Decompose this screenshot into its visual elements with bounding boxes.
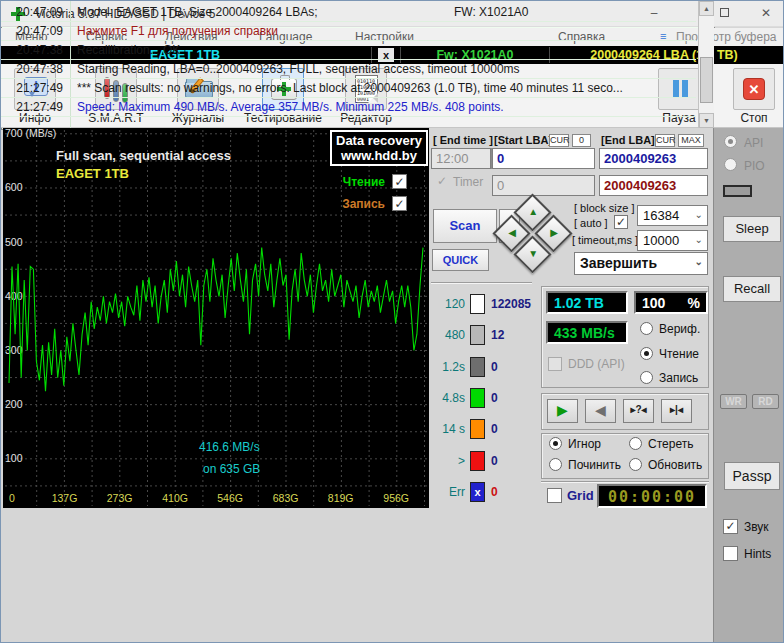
radio-refresh[interactable] bbox=[629, 458, 642, 471]
log-time: 21:27:49 bbox=[1, 81, 63, 95]
timer-check-icon[interactable]: ✓ bbox=[437, 174, 447, 188]
play-back-button[interactable]: ◀ bbox=[585, 399, 616, 423]
scroll-thumb[interactable] bbox=[700, 57, 713, 103]
end-lba-input2[interactable]: 2000409263 bbox=[599, 175, 708, 196]
lcd-speed: 433 MB/s bbox=[546, 321, 628, 344]
stat-count: 12 bbox=[491, 328, 504, 342]
stat-swatch bbox=[470, 451, 485, 471]
recall-button[interactable]: Recall bbox=[723, 276, 781, 302]
svg-text:600: 600 bbox=[5, 181, 23, 193]
sound-checkbox[interactable]: ✓ bbox=[723, 519, 738, 534]
log-extra: FW: X1021A0 bbox=[454, 5, 528, 19]
scan-button[interactable]: Scan bbox=[433, 209, 497, 243]
timeout-combo[interactable]: 10000⌄ bbox=[637, 230, 708, 251]
log-row[interactable]: 20:47:38Starting Reading, LBA=0..2000409… bbox=[1, 60, 696, 79]
stop-label: Стоп bbox=[709, 111, 784, 125]
radio-read[interactable] bbox=[640, 347, 653, 360]
stat-label: 1.2s bbox=[429, 360, 465, 374]
radio-verify-label: Вериф. bbox=[659, 322, 700, 336]
scroll-down-icon[interactable]: ▼ bbox=[699, 113, 714, 128]
stat-label: 14 s bbox=[429, 422, 465, 436]
end-max-button[interactable]: MAX bbox=[678, 134, 704, 147]
end-lba-label: [End LBA] bbox=[601, 134, 655, 146]
stat-count: 0 bbox=[491, 391, 498, 405]
radio-write[interactable] bbox=[640, 371, 653, 384]
start-cur-button[interactable]: CUR bbox=[549, 134, 569, 147]
svg-text:683G: 683G bbox=[273, 492, 299, 504]
overlay-speed: 416.6 MB/s bbox=[199, 440, 260, 454]
svg-text:0: 0 bbox=[9, 492, 15, 504]
log-panel[interactable]: 20:47:09Model: EAGET 1TB; Size 200040926… bbox=[1, 1, 715, 130]
end-lba-input[interactable]: 2000409263 bbox=[599, 148, 708, 169]
log-scrollbar[interactable]: ▲ ▼ bbox=[698, 1, 714, 128]
hints-label: Hints bbox=[744, 547, 771, 561]
radio-read-label: Чтение bbox=[659, 347, 699, 361]
quick-button[interactable]: QUICK bbox=[432, 249, 489, 271]
auto-checkbox[interactable]: ✓ bbox=[614, 215, 628, 229]
grid-checkbox[interactable] bbox=[547, 488, 562, 503]
end-cur-button[interactable]: CUR bbox=[655, 134, 675, 147]
svg-text:546G: 546G bbox=[217, 492, 243, 504]
log-row[interactable]: 20:47:09Model: EAGET 1TB; Size 200040926… bbox=[1, 3, 696, 22]
divider bbox=[431, 282, 532, 284]
divider bbox=[541, 481, 709, 483]
stop-button[interactable]: ✕ bbox=[733, 68, 775, 110]
radio-pio-label: PIO bbox=[744, 159, 765, 173]
start-zero-button[interactable]: 0 bbox=[572, 134, 591, 147]
write-legend-label: Запись bbox=[342, 197, 385, 211]
stat-swatch bbox=[470, 294, 485, 314]
speed-graph[interactable]: 700 (MB/s)6005004003002001000137G273G410… bbox=[3, 128, 429, 508]
block-size-combo[interactable]: 16384⌄ bbox=[637, 205, 708, 226]
end-time-field[interactable]: 12:00 bbox=[431, 148, 491, 169]
stat-label: 120 bbox=[429, 297, 465, 311]
auto-label: [ auto ] bbox=[574, 217, 608, 229]
sleep-button[interactable]: Sleep bbox=[723, 216, 781, 242]
scroll-up-icon[interactable]: ▲ bbox=[699, 1, 714, 16]
seek-question-button[interactable]: ▸?◂ bbox=[623, 399, 654, 423]
radio-repair[interactable] bbox=[549, 458, 562, 471]
close-button[interactable]: ✕ bbox=[749, 1, 783, 26]
stat-count: 0 bbox=[491, 485, 498, 499]
log-message: Model: EAGET 1TB; Size 2000409264 LBAs; bbox=[77, 5, 692, 19]
finish-action-combo[interactable]: Завершить⌄ bbox=[574, 252, 708, 275]
ddd-api-checkbox[interactable] bbox=[548, 357, 562, 371]
svg-text:819G: 819G bbox=[328, 492, 354, 504]
log-message: Recallibration... OK bbox=[77, 43, 692, 57]
timeout-label: [ timeout,ms ] bbox=[572, 234, 638, 246]
hints-checkbox[interactable] bbox=[723, 546, 738, 561]
log-message: Speed: Maximum 490 MB/s. Average 357 MB/… bbox=[77, 100, 692, 114]
log-row[interactable]: 21:27:49*** Scan results: no warnings, n… bbox=[1, 79, 696, 98]
log-message: Starting Reading, LBA=0..2000409263, FUL… bbox=[77, 62, 692, 76]
play-forward-button[interactable]: ▶ bbox=[547, 399, 578, 423]
stat-swatch bbox=[470, 325, 485, 345]
watermark: Data recovery www.hdd.by bbox=[330, 130, 428, 166]
radio-repair-label: Починить bbox=[568, 458, 621, 472]
start-lba-label: [Start LBA] bbox=[494, 134, 552, 146]
log-row[interactable]: 21:27:49Speed: Maximum 490 MB/s. Average… bbox=[1, 98, 696, 117]
write-checkbox[interactable]: ✓ bbox=[392, 196, 407, 211]
log-row[interactable]: 20:47:38Recallibration... OK bbox=[1, 41, 696, 60]
wr-button[interactable]: WR bbox=[720, 394, 747, 409]
victoria-window: Victoria 5.37 HDD/SSD | Device 5 – ✕ Мен… bbox=[0, 0, 784, 643]
stat-label: 4.8s bbox=[429, 391, 465, 405]
start-lba-input2[interactable]: 0 bbox=[492, 175, 595, 196]
radio-api[interactable] bbox=[724, 135, 737, 148]
log-message: Нажмите F1 для получения справки bbox=[77, 24, 692, 38]
side-strip: API PIO Sleep Recall WR RD Passp ✓ Звук … bbox=[713, 128, 784, 643]
log-time: 20:47:09 bbox=[1, 5, 63, 19]
start-lba-input[interactable]: 0 bbox=[492, 148, 595, 169]
radio-erase[interactable] bbox=[629, 437, 642, 450]
radio-ignore[interactable] bbox=[549, 437, 562, 450]
radio-verify[interactable] bbox=[640, 322, 653, 335]
radio-pio[interactable] bbox=[724, 158, 737, 171]
seek-end-button[interactable]: ▸|◂ bbox=[661, 399, 692, 423]
activity-indicator bbox=[723, 185, 752, 197]
stat-swatch bbox=[470, 357, 485, 377]
stat-swatch bbox=[470, 388, 485, 408]
passp-button[interactable]: Passp bbox=[724, 462, 780, 490]
lcd-timer: 00:00:00 bbox=[597, 484, 707, 508]
stat-label: Err bbox=[429, 485, 465, 499]
rd-button[interactable]: RD bbox=[752, 394, 779, 409]
log-row[interactable]: 20:47:09Нажмите F1 для получения справки bbox=[1, 22, 696, 41]
read-checkbox[interactable]: ✓ bbox=[392, 174, 407, 189]
